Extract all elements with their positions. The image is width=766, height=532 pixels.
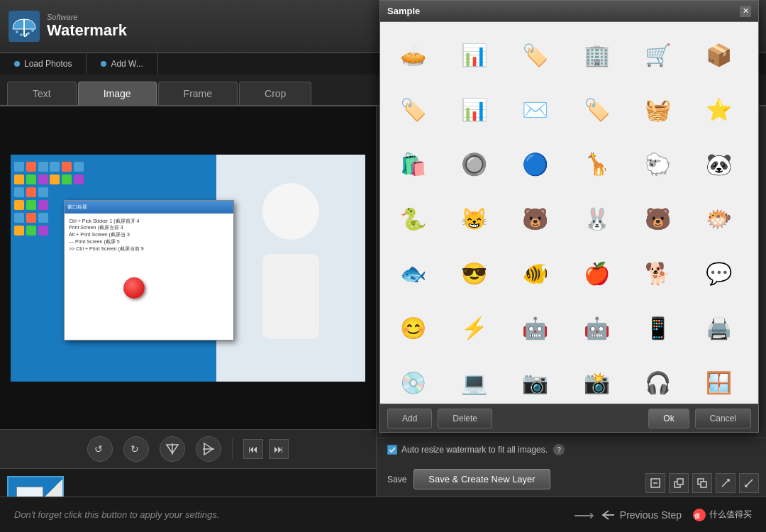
- nav-add-label: Add W...: [111, 59, 143, 69]
- action-icon-1[interactable]: [645, 473, 665, 493]
- windows-icon[interactable]: 🪟: [694, 357, 745, 404]
- bottom-hint: Don't forget click this button to apply …: [14, 509, 567, 520]
- auto-resize-label: Auto resize watermark to fit all images.: [401, 445, 548, 455]
- fish-icon[interactable]: 🐟: [387, 248, 438, 299]
- software-label: Software: [47, 13, 127, 21]
- dog-icon[interactable]: 🐕: [632, 248, 683, 299]
- flip-vertical-btn[interactable]: [196, 436, 221, 462]
- svg-rect-20: [26, 213, 36, 223]
- bear-icon[interactable]: 🐻: [510, 193, 561, 244]
- nav-first-btn[interactable]: ⏮: [243, 439, 263, 459]
- dialog-delete-button[interactable]: Delete: [438, 409, 492, 428]
- svg-rect-30: [74, 174, 84, 184]
- buy-button-icon[interactable]: 🛍️: [387, 138, 438, 189]
- action-icon-3[interactable]: [692, 473, 712, 493]
- pie-chart2-icon[interactable]: 📊: [448, 29, 499, 80]
- svg-rect-29: [62, 174, 72, 184]
- bottom-bar: Don't forget click this button to apply …: [0, 497, 766, 532]
- checkbox-blue[interactable]: [387, 445, 397, 455]
- nav-add-watermark[interactable]: Add W...: [87, 53, 157, 74]
- email-icon[interactable]: ✉️: [510, 84, 561, 135]
- action-icon-2[interactable]: [669, 473, 689, 493]
- prev-step-button[interactable]: Previous Step: [601, 509, 682, 521]
- help-icon[interactable]: ?: [553, 444, 565, 455]
- camera-icon[interactable]: 📷: [510, 357, 561, 404]
- nav-load-photos[interactable]: Load Photos: [0, 53, 87, 74]
- giraffe-icon[interactable]: 🦒: [571, 138, 622, 189]
- dialog-add-button[interactable]: Add: [387, 409, 432, 428]
- pie-chart-icon[interactable]: 🥧: [387, 29, 438, 80]
- box-icon[interactable]: 📦: [694, 29, 745, 80]
- join-button-icon[interactable]: 🔘: [448, 138, 499, 189]
- cool-face-icon[interactable]: 😎: [448, 248, 499, 299]
- apple-icon[interactable]: 🍎: [571, 248, 622, 299]
- save-new-layer-button[interactable]: Save & Create New Layer: [413, 469, 550, 489]
- nemo-icon[interactable]: 🐠: [510, 248, 561, 299]
- teddy-icon[interactable]: 🐻: [632, 193, 683, 244]
- svg-rect-8: [26, 162, 36, 172]
- svg-point-2: [16, 31, 18, 33]
- speech-sad-icon[interactable]: 💬: [694, 248, 745, 299]
- preview-window-titlebar: 窗口标题: [65, 201, 233, 214]
- nav-last-btn[interactable]: ⏭: [269, 439, 289, 459]
- save-label: Save: [387, 475, 406, 484]
- svg-text:↻: ↻: [131, 443, 139, 455]
- nav-circle-load: [14, 61, 20, 67]
- basket-icon[interactable]: 🧺: [632, 84, 683, 135]
- svg-rect-9: [38, 162, 48, 172]
- tab-text[interactable]: Text: [7, 82, 77, 105]
- signup-button-icon[interactable]: 🔵: [510, 138, 561, 189]
- robot-icon[interactable]: 🤖: [510, 302, 561, 353]
- snake-icon[interactable]: 🐍: [387, 193, 438, 244]
- tab-frame[interactable]: Frame: [158, 82, 238, 105]
- rotate-left-btn[interactable]: ↺: [87, 436, 113, 462]
- star-icon[interactable]: ⭐: [694, 84, 745, 135]
- kitty-icon[interactable]: 😸: [448, 193, 499, 244]
- rotate-right-btn[interactable]: ↻: [123, 436, 149, 462]
- pufferfish-icon[interactable]: 🐡: [694, 193, 745, 244]
- panda-icon[interactable]: 🐼: [694, 138, 745, 189]
- bottom-arrow: ⟶: [574, 506, 594, 523]
- dialog-ok-button[interactable]: Ok: [648, 409, 689, 428]
- headphones-icon[interactable]: 🎧: [632, 357, 683, 404]
- preview-area: 窗口标题 Ctrl + Pick Sticker 1 (截屏前开 4 Print…: [0, 106, 376, 429]
- svg-rect-21: [38, 213, 48, 223]
- laptop-icon[interactable]: 💻: [448, 357, 499, 404]
- dialog-footer: Add Delete Ok Cancel: [380, 404, 758, 432]
- printer-icon[interactable]: 🖨️: [694, 302, 745, 353]
- dialog-close-button[interactable]: ✕: [740, 6, 751, 17]
- sheep-icon[interactable]: 🐑: [632, 138, 683, 189]
- building-icon[interactable]: 🏢: [571, 29, 622, 80]
- blue-tag-icon[interactable]: 🏷️: [387, 84, 438, 135]
- sale-label-icon[interactable]: 🏷️: [571, 84, 622, 135]
- dialog-title: Sample: [387, 6, 420, 16]
- svg-rect-28: [50, 174, 60, 184]
- action-icon-4[interactable]: [716, 473, 736, 493]
- svg-point-4: [27, 32, 30, 35]
- app-container: Software Watermark Load Photos Add W... …: [0, 0, 766, 532]
- auto-resize-checkbox[interactable]: Auto resize watermark to fit all images.: [387, 445, 548, 455]
- tab-image[interactable]: Image: [78, 82, 157, 105]
- cart-icon[interactable]: 🛒: [632, 29, 683, 80]
- dvd-icon[interactable]: 💿: [387, 357, 438, 404]
- sale-tag-icon[interactable]: 🏷️: [510, 29, 561, 80]
- gold-chart-icon[interactable]: 📊: [448, 84, 499, 135]
- robot2-icon[interactable]: 🤖: [571, 302, 622, 353]
- ipod-icon[interactable]: 📱: [632, 302, 683, 353]
- dslr-icon[interactable]: 📸: [571, 357, 622, 404]
- transformers-icon[interactable]: ⚡: [448, 302, 499, 353]
- svg-point-3: [20, 33, 23, 36]
- brand-label: 什么值得买: [709, 509, 752, 521]
- svg-point-32: [262, 183, 319, 240]
- svg-rect-33: [262, 254, 319, 339]
- action-icon-5[interactable]: [739, 473, 759, 493]
- svg-rect-13: [14, 187, 24, 197]
- svg-rect-11: [26, 174, 36, 184]
- dialog-cancel-button[interactable]: Cancel: [695, 409, 751, 428]
- bunny-icon[interactable]: 🐰: [571, 193, 622, 244]
- tab-crop[interactable]: Crop: [239, 82, 311, 105]
- svg-rect-16: [14, 200, 24, 210]
- speech-happy-icon[interactable]: 😊: [387, 302, 438, 353]
- svg-rect-18: [38, 200, 48, 210]
- flip-horizontal-btn[interactable]: [160, 436, 185, 462]
